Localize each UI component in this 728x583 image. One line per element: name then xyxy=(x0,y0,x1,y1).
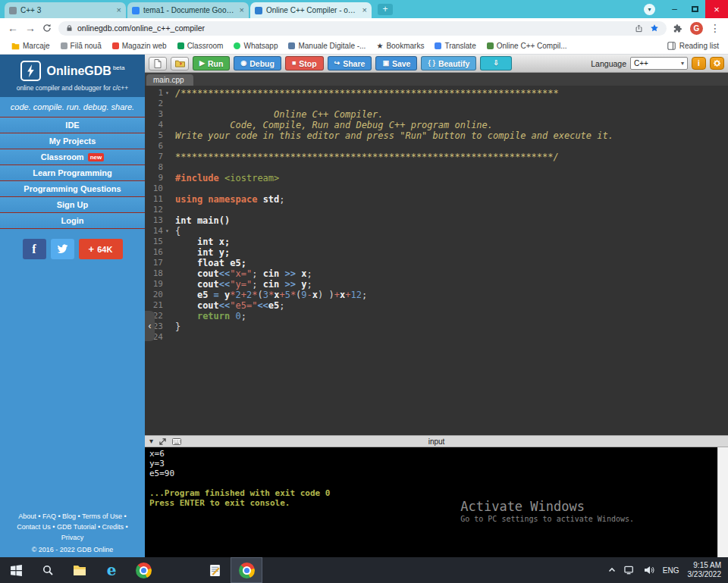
code-line[interactable]: 19 cout<<"y="; cin >> y; xyxy=(145,279,728,290)
sidebar-item-ide[interactable]: IDE xyxy=(0,117,145,133)
code-line[interactable]: 23} xyxy=(145,321,728,332)
chrome-taskbar-button[interactable] xyxy=(231,557,262,583)
code-line[interactable]: 12 xyxy=(145,205,728,215)
start-taskbar-button[interactable] xyxy=(0,557,32,583)
bookmark-star-icon[interactable] xyxy=(650,24,659,33)
info-icon[interactable]: i xyxy=(692,57,706,70)
code-line[interactable]: 24 xyxy=(145,332,728,343)
tab-close-icon[interactable]: × xyxy=(362,6,367,14)
code-line[interactable]: 5Write your code in this editor and pres… xyxy=(145,130,728,141)
forward-icon[interactable]: → xyxy=(25,23,36,33)
console[interactable]: x=6y=3e5=90 ...Program finished with exi… xyxy=(145,447,717,557)
clock[interactable]: 9:15 AM 3/23/2022 xyxy=(688,561,722,580)
tab-search-icon[interactable]: ▾ xyxy=(644,4,655,15)
tab-close-icon[interactable]: × xyxy=(117,6,121,14)
sidebar-item-learn-programming[interactable]: Learn Programming xyxy=(0,165,145,180)
kebab-menu-icon[interactable]: ⋮ xyxy=(710,23,720,33)
settings-gear-icon[interactable] xyxy=(710,57,724,70)
share-icon[interactable] xyxy=(635,24,643,33)
file-tab-main-cpp[interactable]: main.cpp xyxy=(146,74,193,86)
code-line[interactable]: 3 Online C++ Compiler. xyxy=(145,109,728,120)
edge-taskbar-button[interactable]: e xyxy=(96,557,127,583)
bookmark-item[interactable]: Magazin web xyxy=(107,42,172,50)
extensions-icon[interactable] xyxy=(673,24,683,33)
code-line[interactable]: 11using namespace std; xyxy=(145,194,728,205)
network-icon[interactable] xyxy=(624,566,635,575)
bookmark-item[interactable]: Whatsapp xyxy=(228,42,283,50)
code-line[interactable]: 9#include <iostream> xyxy=(145,173,728,183)
stop-button[interactable]: ■Stop xyxy=(285,56,324,71)
bookmark-item[interactable]: ★Bookmarks xyxy=(371,42,429,50)
profile-avatar[interactable]: G xyxy=(690,22,703,35)
code-line[interactable]: 10 xyxy=(145,183,728,194)
code-line[interactable]: 22 return 0; xyxy=(145,311,728,321)
code-line[interactable]: 4 Code, Compile, Run and Debug C++ progr… xyxy=(145,120,728,130)
code-line[interactable]: 8 xyxy=(145,162,728,173)
beautify-button[interactable]: { }Beautify xyxy=(421,56,476,71)
run-button[interactable]: ▶Run xyxy=(193,56,230,71)
code-line[interactable]: 15 int x; xyxy=(145,237,728,247)
chevron-up-icon[interactable] xyxy=(608,567,616,573)
maximize-button[interactable] xyxy=(685,0,705,18)
code-line[interactable]: 17 float e5; xyxy=(145,258,728,268)
sidebar-item-classroom[interactable]: Classroomnew xyxy=(0,149,145,165)
new-tab-button[interactable]: + xyxy=(378,4,393,15)
language-indicator[interactable]: ENG xyxy=(663,566,679,575)
code-line[interactable]: 18 cout<<"x="; cin >> x; xyxy=(145,268,728,279)
address-bar[interactable]: onlinegdb.com/online_c++_compiler xyxy=(58,21,667,36)
reload-icon[interactable] xyxy=(42,24,52,33)
language-select[interactable]: C++▾ xyxy=(630,57,688,70)
share-button[interactable]: ↪Share xyxy=(328,56,372,71)
bookmark-item[interactable]: Filă nouă xyxy=(55,42,107,50)
debug-button[interactable]: ◉Debug xyxy=(234,56,281,71)
sidebar-footer-links[interactable]: About • FAQ • Blog • Terms of Use • Cont… xyxy=(0,512,145,546)
sidebar-collapse-handle[interactable]: ‹ xyxy=(145,311,155,341)
close-button[interactable]: × xyxy=(705,0,728,18)
new-file-icon[interactable] xyxy=(149,57,167,71)
bookmark-item[interactable]: Marcaje xyxy=(6,42,55,50)
back-icon[interactable]: ← xyxy=(8,23,18,33)
code-line[interactable]: 20 e5 = y*2+2*(3*x+5*(9-x) )+x+12; xyxy=(145,290,728,300)
resize-icon[interactable] xyxy=(159,438,166,445)
keyboard-icon[interactable] xyxy=(172,438,181,445)
bookmark-item[interactable]: Classroom xyxy=(172,42,229,50)
share-plus-icon[interactable]: +64K xyxy=(79,239,123,259)
file-explorer-taskbar-button[interactable] xyxy=(64,557,96,583)
writer-taskbar-button[interactable] xyxy=(199,557,231,583)
bookmark-item[interactable]: Translate xyxy=(429,42,481,50)
code-line[interactable]: 6 xyxy=(145,141,728,152)
chrome-taskbar-button[interactable] xyxy=(127,557,159,583)
sidebar-item-my-projects[interactable]: My Projects xyxy=(0,133,145,149)
code-line[interactable]: 13int main() xyxy=(145,215,728,226)
minimize-button[interactable]: – xyxy=(664,0,685,18)
code-line[interactable]: 1▾/*************************************… xyxy=(145,88,728,99)
sidebar-item-login[interactable]: Login xyxy=(0,212,145,229)
tab-close-icon[interactable]: × xyxy=(240,6,244,14)
fold-icon[interactable]: ▾ xyxy=(163,88,171,99)
sidebar-item-sign-up[interactable]: Sign Up xyxy=(0,196,145,212)
code-line[interactable]: 21 cout<<"e5="<<e5; xyxy=(145,300,728,311)
browser-tab[interactable]: tema1 - Documente Google× xyxy=(127,2,249,18)
console-scrollbar[interactable] xyxy=(717,447,728,557)
collapse-icon[interactable]: ▾ xyxy=(149,437,153,445)
code-line[interactable]: 14▾{ xyxy=(145,226,728,237)
code-line[interactable]: 16 int y; xyxy=(145,247,728,258)
open-file-icon[interactable] xyxy=(171,57,189,71)
code-line[interactable]: 2 xyxy=(145,99,728,109)
code-line[interactable]: 7***************************************… xyxy=(145,152,728,162)
twitter-icon[interactable] xyxy=(51,239,74,259)
browser-tab[interactable]: C++ 3× xyxy=(5,2,126,18)
browser-tab[interactable]: Online C++ Compiler - online ed× xyxy=(250,2,372,18)
url-text[interactable]: onlinegdb.com/online_c++_compiler xyxy=(77,24,205,33)
code-editor[interactable]: 1▾/*************************************… xyxy=(145,86,728,435)
sidebar-item-programming-questions[interactable]: Programming Questions xyxy=(0,180,145,196)
speaker-icon[interactable] xyxy=(644,566,654,575)
bookmark-item[interactable]: Manuale Digitale -... xyxy=(283,42,371,50)
search-taskbar-button[interactable] xyxy=(32,557,64,583)
reading-list-button[interactable]: Reading list xyxy=(667,42,722,50)
save-button[interactable]: ▣Save xyxy=(375,56,417,71)
fold-icon[interactable]: ▾ xyxy=(163,226,171,237)
download-button[interactable]: ⇩ xyxy=(480,56,512,71)
facebook-icon[interactable]: f xyxy=(23,239,46,259)
bookmark-item[interactable]: Online C++ Compil... xyxy=(482,42,573,50)
